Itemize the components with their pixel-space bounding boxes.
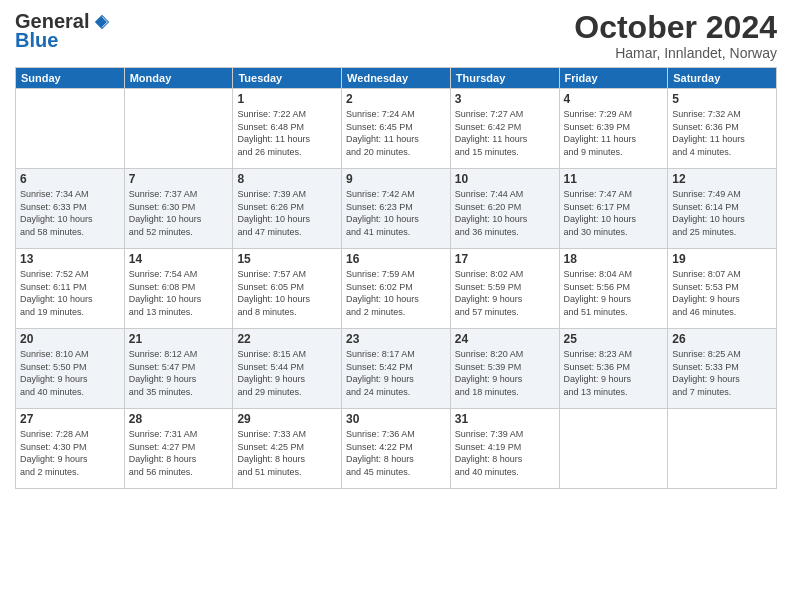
- table-row: 18Sunrise: 8:04 AM Sunset: 5:56 PM Dayli…: [559, 249, 668, 329]
- day-info: Sunrise: 8:20 AM Sunset: 5:39 PM Dayligh…: [455, 348, 555, 398]
- day-info: Sunrise: 7:39 AM Sunset: 4:19 PM Dayligh…: [455, 428, 555, 478]
- table-row: 24Sunrise: 8:20 AM Sunset: 5:39 PM Dayli…: [450, 329, 559, 409]
- table-row: 7Sunrise: 7:37 AM Sunset: 6:30 PM Daylig…: [124, 169, 233, 249]
- table-row: [124, 89, 233, 169]
- table-row: 8Sunrise: 7:39 AM Sunset: 6:26 PM Daylig…: [233, 169, 342, 249]
- table-row: 9Sunrise: 7:42 AM Sunset: 6:23 PM Daylig…: [342, 169, 451, 249]
- day-info: Sunrise: 8:07 AM Sunset: 5:53 PM Dayligh…: [672, 268, 772, 318]
- day-number: 7: [129, 172, 229, 186]
- day-info: Sunrise: 7:27 AM Sunset: 6:42 PM Dayligh…: [455, 108, 555, 158]
- day-number: 28: [129, 412, 229, 426]
- table-row: 17Sunrise: 8:02 AM Sunset: 5:59 PM Dayli…: [450, 249, 559, 329]
- table-row: 5Sunrise: 7:32 AM Sunset: 6:36 PM Daylig…: [668, 89, 777, 169]
- table-row: 4Sunrise: 7:29 AM Sunset: 6:39 PM Daylig…: [559, 89, 668, 169]
- day-info: Sunrise: 7:49 AM Sunset: 6:14 PM Dayligh…: [672, 188, 772, 238]
- day-info: Sunrise: 8:12 AM Sunset: 5:47 PM Dayligh…: [129, 348, 229, 398]
- week-row-2: 13Sunrise: 7:52 AM Sunset: 6:11 PM Dayli…: [16, 249, 777, 329]
- day-number: 30: [346, 412, 446, 426]
- week-row-3: 20Sunrise: 8:10 AM Sunset: 5:50 PM Dayli…: [16, 329, 777, 409]
- table-row: 27Sunrise: 7:28 AM Sunset: 4:30 PM Dayli…: [16, 409, 125, 489]
- day-number: 27: [20, 412, 120, 426]
- day-number: 9: [346, 172, 446, 186]
- day-number: 2: [346, 92, 446, 106]
- table-row: [16, 89, 125, 169]
- day-info: Sunrise: 7:54 AM Sunset: 6:08 PM Dayligh…: [129, 268, 229, 318]
- col-friday: Friday: [559, 68, 668, 89]
- col-tuesday: Tuesday: [233, 68, 342, 89]
- table-row: 11Sunrise: 7:47 AM Sunset: 6:17 PM Dayli…: [559, 169, 668, 249]
- day-number: 26: [672, 332, 772, 346]
- day-number: 4: [564, 92, 664, 106]
- day-number: 12: [672, 172, 772, 186]
- table-row: 25Sunrise: 8:23 AM Sunset: 5:36 PM Dayli…: [559, 329, 668, 409]
- day-info: Sunrise: 8:23 AM Sunset: 5:36 PM Dayligh…: [564, 348, 664, 398]
- table-row: 12Sunrise: 7:49 AM Sunset: 6:14 PM Dayli…: [668, 169, 777, 249]
- table-row: [668, 409, 777, 489]
- logo-blue: Blue: [15, 29, 58, 52]
- header-row: Sunday Monday Tuesday Wednesday Thursday…: [16, 68, 777, 89]
- col-sunday: Sunday: [16, 68, 125, 89]
- day-number: 17: [455, 252, 555, 266]
- table-row: 29Sunrise: 7:33 AM Sunset: 4:25 PM Dayli…: [233, 409, 342, 489]
- table-row: [559, 409, 668, 489]
- day-info: Sunrise: 7:44 AM Sunset: 6:20 PM Dayligh…: [455, 188, 555, 238]
- day-info: Sunrise: 7:59 AM Sunset: 6:02 PM Dayligh…: [346, 268, 446, 318]
- day-info: Sunrise: 7:39 AM Sunset: 6:26 PM Dayligh…: [237, 188, 337, 238]
- table-row: 30Sunrise: 7:36 AM Sunset: 4:22 PM Dayli…: [342, 409, 451, 489]
- day-info: Sunrise: 8:02 AM Sunset: 5:59 PM Dayligh…: [455, 268, 555, 318]
- subtitle: Hamar, Innlandet, Norway: [574, 45, 777, 61]
- day-info: Sunrise: 7:31 AM Sunset: 4:27 PM Dayligh…: [129, 428, 229, 478]
- page: General Blue October 2024 Hamar, Innland…: [0, 0, 792, 612]
- day-number: 25: [564, 332, 664, 346]
- day-info: Sunrise: 8:04 AM Sunset: 5:56 PM Dayligh…: [564, 268, 664, 318]
- day-number: 16: [346, 252, 446, 266]
- day-info: Sunrise: 8:15 AM Sunset: 5:44 PM Dayligh…: [237, 348, 337, 398]
- table-row: 16Sunrise: 7:59 AM Sunset: 6:02 PM Dayli…: [342, 249, 451, 329]
- table-row: 26Sunrise: 8:25 AM Sunset: 5:33 PM Dayli…: [668, 329, 777, 409]
- table-row: 13Sunrise: 7:52 AM Sunset: 6:11 PM Dayli…: [16, 249, 125, 329]
- day-number: 24: [455, 332, 555, 346]
- title-area: October 2024 Hamar, Innlandet, Norway: [574, 10, 777, 61]
- day-number: 6: [20, 172, 120, 186]
- day-number: 14: [129, 252, 229, 266]
- table-row: 28Sunrise: 7:31 AM Sunset: 4:27 PM Dayli…: [124, 409, 233, 489]
- day-number: 3: [455, 92, 555, 106]
- day-number: 8: [237, 172, 337, 186]
- day-number: 11: [564, 172, 664, 186]
- day-info: Sunrise: 7:32 AM Sunset: 6:36 PM Dayligh…: [672, 108, 772, 158]
- day-info: Sunrise: 7:57 AM Sunset: 6:05 PM Dayligh…: [237, 268, 337, 318]
- day-number: 10: [455, 172, 555, 186]
- col-saturday: Saturday: [668, 68, 777, 89]
- day-number: 1: [237, 92, 337, 106]
- day-info: Sunrise: 7:29 AM Sunset: 6:39 PM Dayligh…: [564, 108, 664, 158]
- day-number: 21: [129, 332, 229, 346]
- day-info: Sunrise: 8:25 AM Sunset: 5:33 PM Dayligh…: [672, 348, 772, 398]
- week-row-0: 1Sunrise: 7:22 AM Sunset: 6:48 PM Daylig…: [16, 89, 777, 169]
- day-info: Sunrise: 7:37 AM Sunset: 6:30 PM Dayligh…: [129, 188, 229, 238]
- day-number: 31: [455, 412, 555, 426]
- table-row: 19Sunrise: 8:07 AM Sunset: 5:53 PM Dayli…: [668, 249, 777, 329]
- table-row: 31Sunrise: 7:39 AM Sunset: 4:19 PM Dayli…: [450, 409, 559, 489]
- table-row: 2Sunrise: 7:24 AM Sunset: 6:45 PM Daylig…: [342, 89, 451, 169]
- day-number: 19: [672, 252, 772, 266]
- table-row: 1Sunrise: 7:22 AM Sunset: 6:48 PM Daylig…: [233, 89, 342, 169]
- col-thursday: Thursday: [450, 68, 559, 89]
- table-row: 3Sunrise: 7:27 AM Sunset: 6:42 PM Daylig…: [450, 89, 559, 169]
- day-info: Sunrise: 8:10 AM Sunset: 5:50 PM Dayligh…: [20, 348, 120, 398]
- logo: General Blue: [15, 10, 111, 52]
- day-info: Sunrise: 7:52 AM Sunset: 6:11 PM Dayligh…: [20, 268, 120, 318]
- logo-icon: [93, 13, 111, 31]
- day-info: Sunrise: 7:34 AM Sunset: 6:33 PM Dayligh…: [20, 188, 120, 238]
- table-row: 10Sunrise: 7:44 AM Sunset: 6:20 PM Dayli…: [450, 169, 559, 249]
- month-title: October 2024: [574, 10, 777, 45]
- table-row: 22Sunrise: 8:15 AM Sunset: 5:44 PM Dayli…: [233, 329, 342, 409]
- day-number: 22: [237, 332, 337, 346]
- table-row: 23Sunrise: 8:17 AM Sunset: 5:42 PM Dayli…: [342, 329, 451, 409]
- day-info: Sunrise: 7:47 AM Sunset: 6:17 PM Dayligh…: [564, 188, 664, 238]
- table-row: 15Sunrise: 7:57 AM Sunset: 6:05 PM Dayli…: [233, 249, 342, 329]
- table-row: 21Sunrise: 8:12 AM Sunset: 5:47 PM Dayli…: [124, 329, 233, 409]
- day-info: Sunrise: 7:28 AM Sunset: 4:30 PM Dayligh…: [20, 428, 120, 478]
- table-row: 20Sunrise: 8:10 AM Sunset: 5:50 PM Dayli…: [16, 329, 125, 409]
- table-row: 6Sunrise: 7:34 AM Sunset: 6:33 PM Daylig…: [16, 169, 125, 249]
- col-monday: Monday: [124, 68, 233, 89]
